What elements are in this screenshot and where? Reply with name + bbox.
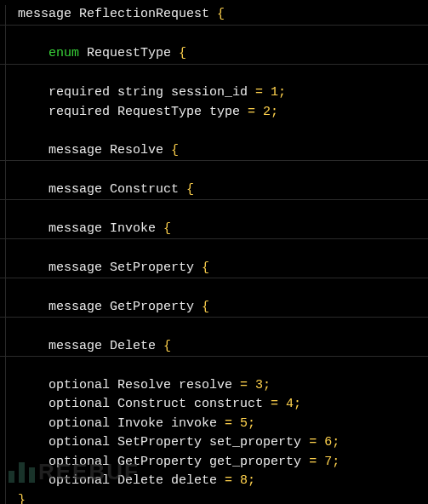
space (110, 455, 117, 469)
field-name: session_id (171, 85, 248, 100)
code-line: optional SetProperty set_property = 6; (5, 433, 428, 453)
space (194, 261, 202, 275)
indent (18, 397, 49, 411)
indent (18, 143, 49, 158)
indent (18, 473, 49, 488)
indent (18, 416, 49, 431)
space (194, 300, 202, 314)
space (179, 182, 186, 197)
indent (18, 339, 49, 353)
assignment: = 3; (232, 378, 271, 392)
indent (18, 435, 49, 450)
keyword-optional: optional (49, 473, 110, 488)
indent (18, 46, 49, 60)
keyword-message: message (49, 261, 102, 275)
indent (18, 105, 49, 119)
space (209, 7, 217, 21)
blank-line (5, 122, 428, 141)
assignment: = 8; (217, 473, 255, 488)
code-line: message Construct { (5, 180, 428, 200)
keyword-message: message (49, 339, 102, 353)
field-name: resolve (179, 378, 232, 392)
type-name: Invoke (110, 221, 156, 236)
type-name: Construct (117, 397, 186, 411)
blank-line (5, 357, 428, 376)
space (110, 85, 117, 100)
keyword-optional: optional (49, 416, 110, 431)
keyword-message: message (49, 143, 102, 158)
type-name: SetProperty (117, 435, 202, 450)
type-name: Invoke (117, 416, 163, 431)
space (202, 435, 209, 450)
space (79, 46, 87, 60)
type-name: GetProperty (110, 300, 194, 314)
assignment: = 5; (217, 416, 255, 431)
space (102, 339, 110, 353)
space (102, 261, 110, 275)
blank-line (5, 200, 428, 220)
type-name: Delete (117, 473, 163, 488)
keyword-message: message (49, 300, 102, 314)
space (110, 473, 117, 488)
field-name: delete (171, 473, 217, 488)
code-line: } (5, 491, 428, 505)
type-name: GetProperty (117, 455, 202, 469)
space (163, 473, 171, 488)
space (110, 378, 117, 392)
type-name: Resolve (117, 378, 171, 392)
open-brace: { (163, 339, 171, 353)
keyword-message: message (49, 221, 102, 236)
code-line: optional Invoke invoke = 5; (5, 415, 428, 434)
code-line: message SetProperty { (5, 259, 428, 278)
assignment: = 4; (263, 397, 301, 411)
type-name: RequestType (117, 105, 202, 119)
open-brace: { (163, 221, 171, 236)
blank-line (5, 65, 428, 84)
code-line: optional Resolve resolve = 3; (5, 376, 428, 396)
space (102, 300, 110, 314)
space (186, 397, 194, 411)
keyword-optional: optional (49, 455, 110, 469)
assignment: = 7; (301, 455, 340, 469)
open-brace: { (202, 300, 209, 314)
keyword-message: message (49, 182, 102, 197)
field-name: get_property (209, 455, 301, 469)
space (171, 378, 179, 392)
keyword-optional: optional (49, 397, 110, 411)
space (156, 339, 163, 353)
field-name: construct (194, 397, 263, 411)
keyword-required: required (49, 85, 110, 100)
code-line: message Invoke { (5, 220, 428, 239)
indent (18, 300, 49, 314)
code-line: message Resolve { (5, 141, 428, 161)
code-line: message Delete { (5, 337, 428, 357)
close-brace: } (18, 493, 26, 505)
code-line: optional Construct construct = 4; (5, 395, 428, 415)
type-name: ReflectionRequest (79, 7, 209, 21)
indent (18, 182, 49, 197)
code-line: required string session_id = 1; (5, 83, 428, 103)
code-line: optional Delete delete = 8; (5, 472, 428, 491)
indent (18, 261, 49, 275)
space (202, 105, 209, 119)
keyword-optional: optional (49, 435, 110, 450)
indent (18, 378, 49, 392)
field-name: invoke (171, 416, 217, 431)
code-line: message GetProperty { (5, 298, 428, 318)
type-name: Resolve (110, 143, 163, 158)
blank-line (5, 161, 428, 180)
indent (18, 221, 49, 236)
type-name: RequestType (87, 46, 171, 60)
space (102, 182, 110, 197)
keyword-required: required (49, 105, 110, 119)
assignment: = 6; (301, 435, 340, 450)
space (156, 221, 163, 236)
indent (18, 85, 49, 100)
keyword-enum: enum (49, 46, 79, 60)
open-brace: { (202, 261, 209, 275)
open-brace: { (171, 143, 179, 158)
type-name: Delete (110, 339, 156, 353)
blank-line (5, 26, 428, 45)
space (71, 7, 79, 21)
field-name: set_property (209, 435, 301, 450)
